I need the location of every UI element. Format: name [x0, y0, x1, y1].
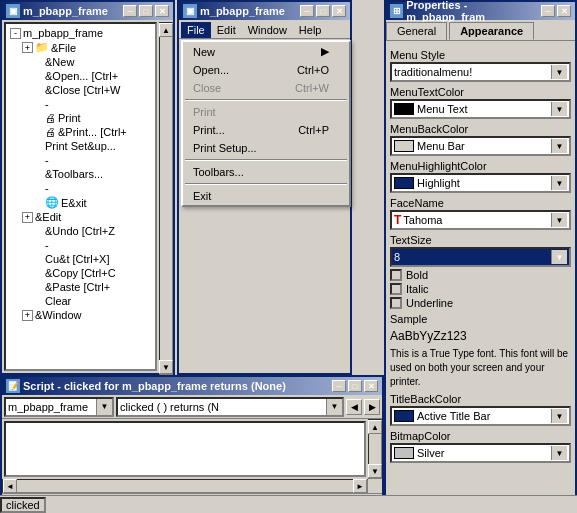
tree-item[interactable]: &Paste [Ctrl+	[8, 280, 153, 294]
drop-open[interactable]: Open... Ctrl+O	[183, 61, 349, 79]
object-select-arrow[interactable]: ▼	[96, 399, 112, 415]
tree-item[interactable]: 🖨 Print	[8, 111, 153, 125]
tree-item[interactable]: 🌐 E&xit	[8, 195, 153, 210]
object-select[interactable]: m_pbapp_frame ▼	[4, 397, 114, 417]
tree-item[interactable]: &New	[8, 55, 153, 69]
right-close-btn[interactable]: ✕	[557, 5, 571, 17]
tree-item[interactable]: &Toolbars...	[8, 167, 153, 181]
right-panel: ⊞ Properties - m_pbapp_fram ─ ✕ General …	[384, 0, 577, 510]
middle-minimize-btn[interactable]: ─	[300, 5, 314, 17]
tree-expand-icon[interactable]: -	[10, 28, 21, 39]
drop-sep-2	[185, 159, 347, 161]
menu-back-color-box	[394, 140, 414, 152]
text-size-input[interactable]: 8 ▼	[390, 247, 571, 267]
tree-item-label: &Window	[35, 309, 81, 321]
drop-printsetup[interactable]: Print Setup...	[183, 139, 349, 157]
menu-back-arrow[interactable]: ▼	[551, 139, 567, 153]
menu-text-arrow[interactable]: ▼	[551, 102, 567, 116]
tree-item[interactable]: -	[8, 238, 153, 252]
text-size-value: 8	[394, 251, 400, 263]
script-scroll-up[interactable]: ▲	[368, 420, 382, 434]
drop-print[interactable]: Print... Ctrl+P	[183, 121, 349, 139]
title-back-arrow[interactable]: ▼	[551, 409, 567, 423]
script-scrollbar-v[interactable]: ▲ ▼	[368, 419, 382, 479]
title-back-color-select[interactable]: Active Title Bar ▼	[390, 406, 571, 426]
tree-item[interactable]: + &Edit	[8, 210, 153, 224]
script-scroll-corner	[368, 479, 382, 493]
script-scrollbar-h[interactable]: ◄ ►	[2, 479, 368, 493]
menu-highlight-arrow[interactable]: ▼	[551, 176, 567, 190]
bottom-maximize-btn[interactable]: □	[348, 380, 362, 392]
right-minimize-btn[interactable]: ─	[541, 5, 555, 17]
menu-text-color-select[interactable]: Menu Text ▼	[390, 99, 571, 119]
bitmap-color-select[interactable]: Silver ▼	[390, 443, 571, 463]
tree-item[interactable]: -	[8, 97, 153, 111]
left-minimize-btn[interactable]: ─	[123, 5, 137, 17]
tree-expand-icon[interactable]: +	[22, 310, 33, 321]
bitmap-color-box	[394, 447, 414, 459]
tree-item[interactable]: &Close [Ctrl+W	[8, 83, 153, 97]
drop-toolbars[interactable]: Toolbars...	[183, 163, 349, 181]
event-select-arrow[interactable]: ▼	[326, 399, 342, 415]
drop-new[interactable]: New ▶	[183, 42, 349, 61]
tree-item[interactable]: &Open... [Ctrl+	[8, 69, 153, 83]
tree-expand-icon[interactable]: +	[22, 42, 33, 53]
tab-appearance[interactable]: Appearance	[449, 22, 534, 40]
tree-item[interactable]: + 📁 &File	[8, 40, 153, 55]
tree-expand-icon[interactable]: +	[22, 212, 33, 223]
script-btn-2[interactable]: ▶	[364, 399, 380, 415]
tree-item[interactable]: Print Set&up...	[8, 139, 153, 153]
script-scroll-down[interactable]: ▼	[368, 464, 382, 478]
menu-file[interactable]: File	[181, 22, 211, 38]
left-maximize-btn[interactable]: □	[139, 5, 153, 17]
drop-exit[interactable]: Exit	[183, 187, 349, 205]
left-close-btn[interactable]: ✕	[155, 5, 169, 17]
file-dropdown-menu: New ▶ Open... Ctrl+O Close Ctrl+W Print …	[181, 40, 351, 207]
menu-text-color-value: Menu Text	[417, 103, 468, 115]
script-scroll-right[interactable]: ►	[353, 479, 367, 493]
menu-back-color-select[interactable]: Menu Bar ▼	[390, 136, 571, 156]
scroll-track[interactable]	[160, 37, 172, 360]
scroll-down-btn[interactable]: ▼	[159, 360, 173, 374]
tree-item[interactable]: 🖨 &Print... [Ctrl+	[8, 125, 153, 139]
drop-print-text: Print...	[193, 124, 225, 136]
bitmap-color-arrow[interactable]: ▼	[551, 446, 567, 460]
scroll-up-btn[interactable]: ▲	[159, 23, 173, 37]
tree-item[interactable]: + &Window	[8, 308, 153, 322]
bold-checkbox[interactable]	[390, 269, 402, 281]
tree-item[interactable]: -	[8, 181, 153, 195]
menu-help[interactable]: Help	[293, 22, 328, 38]
menu-style-select[interactable]: traditionalmenu! ▼	[390, 62, 571, 82]
face-name-select[interactable]: T Tahoma ▼	[390, 210, 571, 230]
script-scroll-left[interactable]: ◄	[3, 479, 17, 493]
underline-checkbox[interactable]	[390, 297, 402, 309]
menu-back-color-label: MenuBackColor	[390, 123, 571, 135]
tree-item[interactable]: &Undo [Ctrl+Z	[8, 224, 153, 238]
bottom-close-btn[interactable]: ✕	[364, 380, 378, 392]
right-title: Properties - m_pbapp_fram	[406, 0, 541, 23]
menu-window[interactable]: Window	[242, 22, 293, 38]
middle-close-btn[interactable]: ✕	[332, 5, 346, 17]
middle-maximize-btn[interactable]: □	[316, 5, 330, 17]
script-scroll-track[interactable]	[369, 434, 381, 464]
tree-item[interactable]: -	[8, 153, 153, 167]
text-size-arrow[interactable]: ▼	[551, 250, 567, 264]
menu-style-arrow[interactable]: ▼	[551, 65, 567, 79]
tree-item[interactable]: Cu&t [Ctrl+X]	[8, 252, 153, 266]
tree-item[interactable]: &Copy [Ctrl+C	[8, 266, 153, 280]
tree-item[interactable]: - m_pbapp_frame	[8, 26, 153, 40]
italic-checkbox[interactable]	[390, 283, 402, 295]
tab-general[interactable]: General	[386, 22, 447, 40]
bottom-minimize-btn[interactable]: ─	[332, 380, 346, 392]
status-bar: clicked	[0, 495, 577, 513]
script-btn-1[interactable]: ◀	[346, 399, 362, 415]
right-window-icon: ⊞	[390, 4, 403, 18]
menu-edit[interactable]: Edit	[211, 22, 242, 38]
event-select[interactable]: clicked ( ) returns (N ▼	[116, 397, 344, 417]
tree-item[interactable]: Clear	[8, 294, 153, 308]
menu-highlight-color-select[interactable]: Highlight ▼	[390, 173, 571, 193]
tree-item-label: Print	[58, 112, 81, 124]
script-editor[interactable]	[4, 421, 366, 477]
tree-scrollbar-v[interactable]: ▲ ▼	[159, 22, 173, 375]
face-name-arrow[interactable]: ▼	[551, 213, 567, 227]
